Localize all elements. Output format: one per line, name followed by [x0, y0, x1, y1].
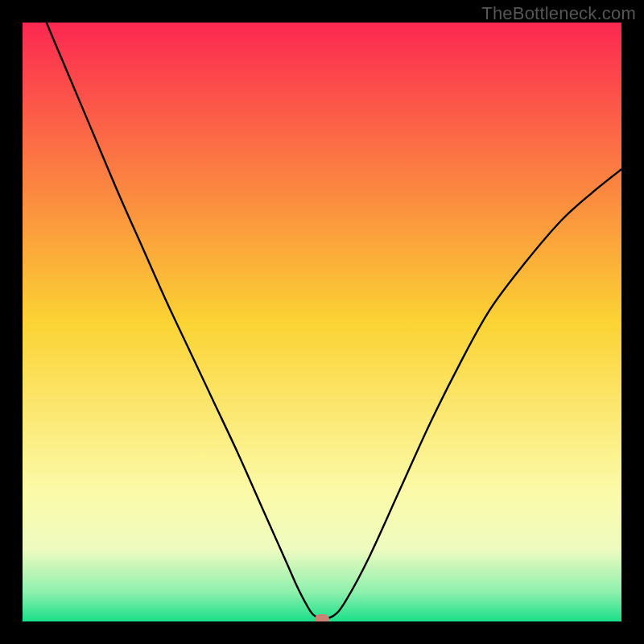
plot-area	[23, 23, 621, 621]
gradient-bg	[23, 23, 621, 621]
chart-svg	[23, 23, 621, 621]
optimal-point-marker	[315, 614, 329, 621]
watermark-text: TheBottleneck.com	[481, 3, 636, 24]
chart-frame: TheBottleneck.com	[0, 0, 644, 644]
